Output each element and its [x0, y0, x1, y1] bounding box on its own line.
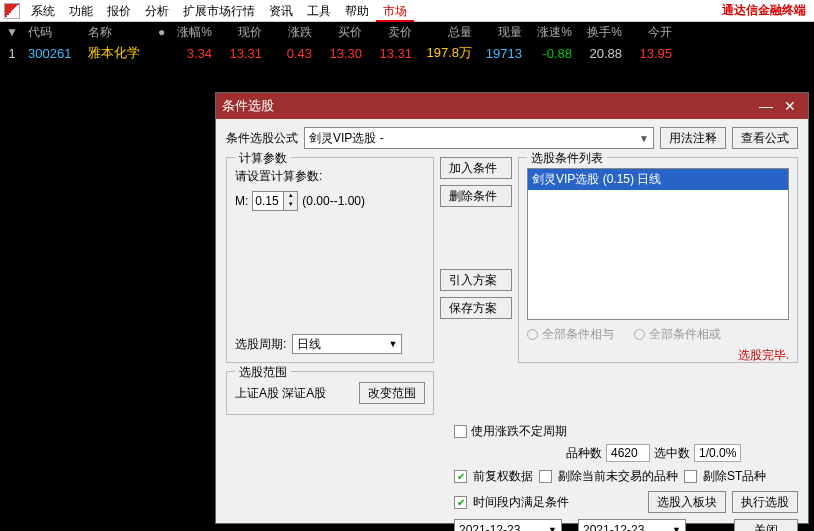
menu-item[interactable]: 工具 [300, 0, 338, 22]
menu-item[interactable]: 系统 [24, 0, 62, 22]
to-block-button[interactable]: 选股入板块 [648, 491, 726, 513]
period-label: 选股周期: [235, 336, 286, 353]
stock-filter-dialog: 条件选股 — ✕ 条件选股公式 剑灵VIP选股 -▼ 用法注释 查看公式 计算参… [215, 92, 809, 524]
formula-label: 条件选股公式 [226, 130, 298, 147]
import-plan-button[interactable]: 引入方案 [440, 269, 512, 291]
condition-listbox[interactable]: 剑灵VIP选股 (0.15) 日线 [527, 168, 789, 320]
radio-and[interactable]: 全部条件相与 [527, 326, 614, 343]
formula-combo[interactable]: 剑灵VIP选股 -▼ [304, 127, 654, 149]
close-icon[interactable]: ✕ [778, 98, 802, 114]
menu-item-selected[interactable]: 市场 [376, 0, 414, 22]
m-range: (0.00--1.00) [302, 194, 365, 208]
condition-list-group: 选股条件列表 剑灵VIP选股 (0.15) 日线 全部条件相与 全部条件相或 选… [518, 157, 798, 363]
chevron-down-icon: ▼ [388, 339, 397, 349]
menu-item[interactable]: 扩展市场行情 [176, 0, 262, 22]
save-plan-button[interactable]: 保存方案 [440, 297, 512, 319]
app-logo-icon [4, 3, 20, 19]
stock-table-header: ▼ 代码 名称 ● 涨幅% 现价 涨跌 买价 卖价 总量 现量 涨速% 换手% … [0, 22, 814, 42]
status-done: 选股完毕. [527, 347, 789, 364]
calc-params-group: 计算参数 请设置计算参数: M: ▲▼ (0.00--1.00) 选股周期: 日… [226, 157, 434, 363]
menu-item[interactable]: 报价 [100, 0, 138, 22]
date-from[interactable]: 2021-12-23▼ [454, 519, 562, 531]
brand-label: 通达信金融终端 [722, 2, 814, 19]
fq-checkbox[interactable]: ✔ [454, 470, 467, 483]
chevron-down-icon: ▼ [639, 133, 649, 144]
chevron-down-icon: ▼ [672, 525, 681, 531]
scope-group: 选股范围 上证A股 深证A股 改变范围 [226, 371, 434, 415]
exclude-st-checkbox[interactable] [684, 470, 697, 483]
dialog-title: 条件选股 [222, 97, 274, 115]
scope-text: 上证A股 深证A股 [235, 385, 326, 402]
spin-down-icon[interactable]: ▼ [283, 201, 297, 210]
menu-item[interactable]: 功能 [62, 0, 100, 22]
m-spinner[interactable]: ▲▼ [252, 191, 298, 211]
usage-button[interactable]: 用法注释 [660, 127, 726, 149]
view-formula-button[interactable]: 查看公式 [732, 127, 798, 149]
close-button[interactable]: 关闭 [734, 519, 798, 531]
menu-item[interactable]: 帮助 [338, 0, 376, 22]
delete-condition-button[interactable]: 删除条件 [440, 185, 512, 207]
kind-count: 4620 [606, 444, 650, 462]
spin-up-icon[interactable]: ▲ [283, 192, 297, 201]
run-filter-button[interactable]: 执行选股 [732, 491, 798, 513]
dialog-titlebar[interactable]: 条件选股 — ✕ [216, 93, 808, 119]
main-menu: 系统 功能 报价 分析 扩展市场行情 资讯 工具 帮助 市场 通达信金融终端 [0, 0, 814, 22]
add-condition-button[interactable]: 加入条件 [440, 157, 512, 179]
menu-item[interactable]: 资讯 [262, 0, 300, 22]
m-input[interactable] [253, 192, 283, 210]
date-to[interactable]: 2021-12-23▼ [578, 519, 686, 531]
irregular-period-checkbox[interactable] [454, 425, 467, 438]
list-item[interactable]: 剑灵VIP选股 (0.15) 日线 [528, 169, 788, 190]
chevron-down-icon: ▼ [548, 525, 557, 531]
calc-hint: 请设置计算参数: [235, 168, 425, 185]
m-label: M: [235, 194, 248, 208]
minimize-icon[interactable]: — [754, 98, 778, 114]
menu-item[interactable]: 分析 [138, 0, 176, 22]
change-scope-button[interactable]: 改变范围 [359, 382, 425, 404]
stock-table-row[interactable]: 1 300261 雅本化学 3.34 13.31 0.43 13.30 13.3… [0, 42, 814, 64]
radio-or[interactable]: 全部条件相或 [634, 326, 721, 343]
exclude-untraded-checkbox[interactable] [539, 470, 552, 483]
period-select[interactable]: 日线▼ [292, 334, 402, 354]
selected-count: 1/0.0% [694, 444, 741, 462]
time-range-checkbox[interactable]: ✔ [454, 496, 467, 509]
